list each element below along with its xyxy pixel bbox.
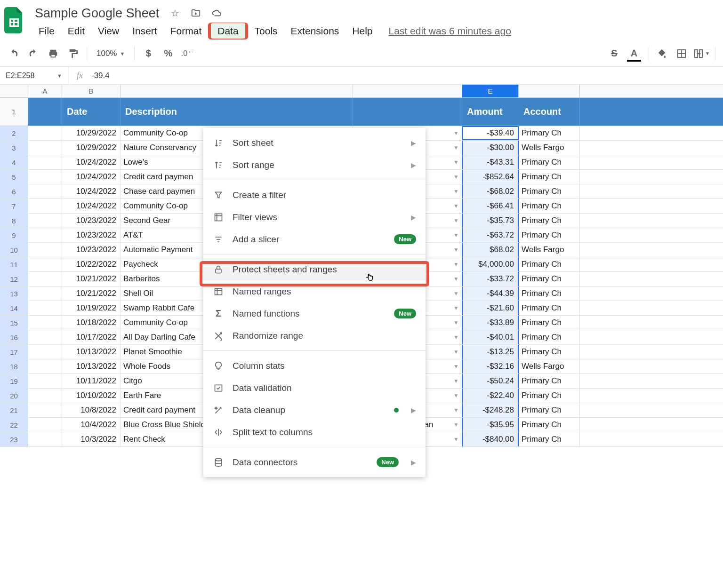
cell-amount[interactable]: -$63.72	[462, 228, 519, 242]
cell-date[interactable]: 10/22/2022	[62, 257, 120, 271]
row-header[interactable]: 2	[0, 126, 28, 140]
cell-account[interactable]: Primary Ch	[519, 126, 580, 140]
cell-amount[interactable]: -$39.40	[462, 126, 519, 140]
row-header[interactable]: 21	[0, 403, 28, 417]
borders-button[interactable]	[673, 45, 691, 63]
cell-date[interactable]: 10/17/2022	[62, 330, 120, 344]
dropdown-arrow-icon[interactable]: ▼	[453, 334, 459, 341]
cell-date[interactable]: 10/23/2022	[62, 243, 120, 257]
cell[interactable]	[28, 316, 62, 330]
sheets-logo[interactable]	[2, 4, 26, 37]
cell-amount[interactable]: -$248.28	[462, 403, 519, 417]
cell-account[interactable]: Primary Ch	[519, 403, 580, 417]
col-header-e[interactable]: E	[462, 85, 519, 97]
cell-amount[interactable]: -$35.73	[462, 214, 519, 228]
cell-account[interactable]: Wells Fargo	[519, 243, 580, 257]
select-all-corner[interactable]	[0, 85, 28, 97]
dropdown-arrow-icon[interactable]: ▼	[453, 436, 459, 443]
col-header-d[interactable]	[353, 85, 462, 97]
cell-account[interactable]: Primary Ch	[519, 432, 580, 446]
doc-title[interactable]: Sample Google Sheet	[32, 5, 162, 22]
cell[interactable]	[28, 286, 62, 301]
cell[interactable]	[28, 126, 62, 140]
dropdown-arrow-icon[interactable]: ▼	[453, 305, 459, 311]
menu-format[interactable]: Format	[164, 23, 209, 39]
dropdown-arrow-icon[interactable]: ▼	[453, 392, 459, 399]
dropdown-arrow-icon[interactable]: ▼	[453, 188, 459, 195]
redo-button[interactable]	[24, 45, 42, 63]
cell-account[interactable]: Primary Ch	[519, 301, 580, 315]
last-edit-link[interactable]: Last edit was 6 minutes ago	[389, 25, 511, 37]
menu-named-functions[interactable]: ΣNamed functionsNew	[203, 302, 426, 325]
cell-amount[interactable]: $4,000.00	[462, 257, 519, 271]
row-header[interactable]: 18	[0, 359, 28, 373]
dropdown-arrow-icon[interactable]: ▼	[453, 144, 459, 151]
cell-date[interactable]: 10/24/2022	[62, 184, 120, 199]
cell[interactable]	[28, 345, 62, 359]
menu-split-text[interactable]: Split text to columns	[203, 421, 426, 443]
cell-date[interactable]: 10/29/2022	[62, 141, 120, 155]
row-header[interactable]: 14	[0, 301, 28, 315]
cell-account[interactable]: Primary Ch	[519, 170, 580, 184]
cell-date[interactable]: 10/13/2022	[62, 345, 120, 359]
cell-account[interactable]: Primary Ch	[519, 155, 580, 169]
cell-amount[interactable]: -$68.02	[462, 184, 519, 199]
col-header-b[interactable]: B	[62, 85, 120, 97]
cell-account[interactable]: Primary Ch	[519, 214, 580, 228]
cell[interactable]	[28, 141, 62, 155]
cell-date[interactable]: 10/18/2022	[62, 316, 120, 330]
row-header[interactable]: 13	[0, 286, 28, 301]
cell-amount[interactable]: $68.02	[462, 243, 519, 257]
row-header[interactable]: 12	[0, 272, 28, 286]
cell-account[interactable]: Primary Ch	[519, 316, 580, 330]
menu-view[interactable]: View	[91, 23, 126, 39]
zoom-dropdown[interactable]: 100%▼	[92, 47, 129, 60]
menu-help[interactable]: Help	[345, 23, 379, 39]
cell-date[interactable]: 10/19/2022	[62, 301, 120, 315]
dropdown-arrow-icon[interactable]: ▼	[453, 217, 459, 224]
menu-tools[interactable]: Tools	[248, 23, 284, 39]
cell-amount[interactable]: -$13.25	[462, 345, 519, 359]
dropdown-arrow-icon[interactable]: ▼	[453, 319, 459, 326]
fill-color-button[interactable]	[653, 45, 671, 63]
cell-date[interactable]: 10/23/2022	[62, 214, 120, 228]
row-header[interactable]: 3	[0, 141, 28, 155]
cell-account[interactable]: Primary Ch	[519, 374, 580, 388]
menu-sort-range[interactable]: Sort range▶	[203, 154, 426, 176]
dropdown-arrow-icon[interactable]: ▼	[453, 363, 459, 370]
cell-date[interactable]: 10/11/2022	[62, 374, 120, 388]
row-header[interactable]: 17	[0, 345, 28, 359]
menu-add-slicer[interactable]: Add a slicerNew	[203, 228, 426, 250]
menu-randomize[interactable]: Randomize range	[203, 325, 426, 347]
dropdown-arrow-icon[interactable]: ▼	[453, 246, 459, 253]
cell-account[interactable]: Primary Ch	[519, 257, 580, 271]
menu-data-connectors[interactable]: Data connectorsNew▶	[203, 451, 426, 473]
menu-column-stats[interactable]: Column stats	[203, 355, 426, 377]
row-header[interactable]: 19	[0, 374, 28, 388]
row-header[interactable]: 20	[0, 389, 28, 403]
row-header[interactable]: 6	[0, 184, 28, 199]
cell-account[interactable]: Primary Ch	[519, 184, 580, 199]
cell[interactable]	[28, 272, 62, 286]
cell-account[interactable]: Primary Ch	[519, 418, 580, 432]
cell-amount[interactable]: -$852.64	[462, 170, 519, 184]
menu-insert[interactable]: Insert	[126, 23, 164, 39]
cell[interactable]	[28, 403, 62, 417]
cell-date[interactable]: 10/8/2022	[62, 403, 120, 417]
cell-account[interactable]: Primary Ch	[519, 330, 580, 344]
undo-button[interactable]	[5, 45, 23, 63]
cell-date[interactable]: 10/24/2022	[62, 199, 120, 213]
cell[interactable]	[28, 155, 62, 169]
col-header-f[interactable]	[519, 85, 580, 97]
row-header[interactable]: 15	[0, 316, 28, 330]
cell-amount[interactable]: -$50.24	[462, 374, 519, 388]
cloud-status-icon[interactable]	[209, 6, 224, 21]
dropdown-arrow-icon[interactable]: ▼	[453, 290, 459, 297]
cell[interactable]	[28, 214, 62, 228]
cell[interactable]	[28, 374, 62, 388]
strikethrough-button[interactable]: S	[605, 45, 623, 63]
cell-amount[interactable]: -$33.72	[462, 272, 519, 286]
cell-account[interactable]: Primary Ch	[519, 286, 580, 301]
row-header[interactable]: 9	[0, 228, 28, 242]
name-box[interactable]: E2:E258▼	[0, 67, 68, 84]
